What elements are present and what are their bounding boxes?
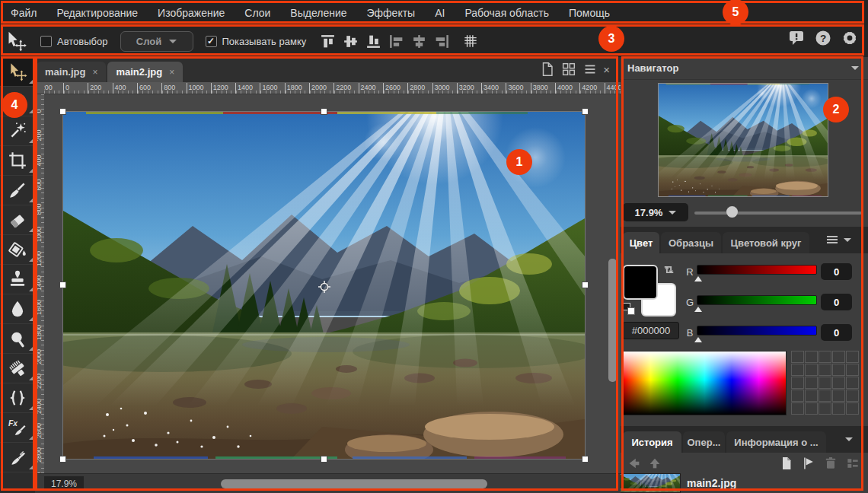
tool-lasso[interactable] — [0, 87, 35, 116]
swatch-cell[interactable] — [846, 364, 859, 376]
redo-arrow-icon[interactable] — [647, 456, 662, 471]
tab-swatches[interactable]: Образцы — [661, 232, 721, 253]
document-canvas[interactable] — [63, 112, 585, 459]
selection-handle-ne[interactable] — [582, 108, 589, 115]
close-icon[interactable]: × — [603, 63, 610, 76]
tile-view-icon[interactable] — [560, 61, 577, 78]
tool-pinch[interactable] — [0, 383, 35, 413]
menu-item-6[interactable]: Эффекты — [367, 7, 416, 19]
tool-magic-wand[interactable] — [0, 116, 35, 146]
swatch-cell[interactable] — [819, 402, 831, 415]
history-item[interactable]: main2.jpg — [621, 473, 868, 493]
color-spectrum-picker[interactable] — [623, 351, 787, 415]
menu-item-9[interactable]: Помощь — [569, 7, 610, 19]
swatch-cell[interactable] — [846, 402, 859, 415]
grid-icon[interactable] — [462, 33, 479, 49]
vertical-scrollbar[interactable] — [608, 259, 617, 382]
align-center-icon[interactable] — [411, 33, 427, 49]
tab-operations[interactable]: Опер... — [683, 431, 725, 453]
settings-icon[interactable] — [841, 29, 859, 47]
channel-r-marker[interactable] — [694, 276, 702, 281]
swatch-cell[interactable] — [819, 390, 831, 402]
swatch-cell[interactable] — [805, 390, 818, 402]
flag-icon[interactable] — [801, 456, 816, 471]
navigator-zoom-slider[interactable] — [694, 212, 862, 215]
swatch-cell[interactable] — [832, 351, 845, 363]
tool-clone-stamp[interactable] — [0, 265, 35, 294]
swatch-cell[interactable] — [805, 351, 818, 363]
swatch-cell[interactable] — [791, 402, 804, 415]
channel-b-value[interactable]: 0 — [821, 324, 852, 341]
foreground-color-swatch[interactable] — [623, 265, 658, 300]
swatch-cell[interactable] — [791, 377, 804, 389]
align-right-icon[interactable] — [434, 33, 450, 49]
selection-handle-sw[interactable] — [59, 456, 66, 463]
new-snapshot-icon[interactable] — [779, 456, 794, 471]
help-icon[interactable]: ? — [814, 29, 832, 47]
tool-blur[interactable] — [0, 294, 35, 324]
delete-icon[interactable] — [823, 456, 838, 471]
layer-target-dropdown[interactable]: Слой — [120, 31, 193, 52]
tab-history[interactable]: История — [623, 431, 681, 453]
report-bug-icon[interactable] — [787, 29, 806, 47]
menu-item-1[interactable]: Файл — [11, 7, 37, 19]
swatch-cell[interactable] — [832, 390, 845, 402]
selection-handle-s[interactable] — [321, 456, 327, 463]
menu-item-3[interactable]: Изображение — [158, 7, 225, 19]
tool-paint-bucket[interactable] — [0, 235, 35, 265]
tool-mixer-brush[interactable] — [0, 443, 35, 472]
swatch-cell[interactable] — [791, 390, 804, 402]
tool-fx-brush[interactable]: Fx — [0, 413, 35, 443]
panel-menu-icon[interactable] — [827, 236, 838, 243]
selection-handle-w[interactable] — [59, 281, 66, 288]
swatch-cell[interactable] — [819, 351, 831, 363]
swatch-cell[interactable] — [805, 377, 818, 389]
undo-arrow-icon[interactable] — [627, 456, 642, 471]
selection-handle-n[interactable] — [321, 108, 327, 115]
tab-close-icon[interactable]: × — [92, 67, 97, 78]
swap-colors-icon[interactable] — [661, 262, 677, 278]
horizontal-scrollbar[interactable] — [221, 479, 487, 488]
tool-dodge[interactable] — [0, 324, 35, 354]
swatch-cell[interactable] — [832, 364, 845, 376]
swatch-cell[interactable] — [846, 377, 859, 389]
hex-color-field[interactable]: #000000 — [623, 322, 679, 339]
swatch-cell[interactable] — [819, 364, 831, 376]
align-middle-icon[interactable] — [343, 33, 359, 49]
show-frame-checkbox[interactable] — [206, 36, 217, 47]
tab-document-info[interactable]: Информация о ... — [726, 431, 826, 453]
chevron-down-icon[interactable] — [845, 437, 853, 441]
menu-item-7[interactable]: AI — [435, 7, 445, 19]
swatch-cell[interactable] — [805, 402, 818, 415]
swatch-cell[interactable] — [846, 390, 859, 402]
tool-move[interactable] — [0, 57, 35, 87]
menu-item-4[interactable]: Слои — [244, 7, 270, 19]
zoom-level-field[interactable]: 17.9% — [44, 476, 84, 491]
chevron-down-icon[interactable] — [851, 66, 859, 70]
default-colors-icon[interactable] — [623, 303, 636, 316]
tab-color[interactable]: Цвет — [623, 232, 659, 253]
tab-main-jpg[interactable]: main.jpg × — [37, 62, 106, 82]
channel-r-value[interactable]: 0 — [821, 263, 852, 280]
navigator-thumbnail[interactable] — [659, 84, 828, 196]
swatch-cell[interactable] — [819, 377, 831, 389]
autoselect-checkbox[interactable] — [40, 36, 52, 47]
selection-handle-se[interactable] — [582, 456, 589, 463]
tool-brush[interactable] — [0, 176, 35, 205]
navigator-zoom-button[interactable]: 17.9% — [623, 203, 688, 221]
swatch-cell[interactable] — [832, 377, 845, 389]
channel-g-marker[interactable] — [694, 307, 702, 312]
swatch-cell[interactable] — [805, 364, 818, 376]
selection-handle-nw[interactable] — [59, 108, 66, 115]
tool-smudge[interactable] — [0, 354, 35, 383]
chevron-down-icon[interactable] — [844, 238, 851, 242]
swatch-cell[interactable] — [832, 402, 845, 415]
tool-eraser[interactable] — [0, 205, 35, 235]
align-top-icon[interactable] — [320, 33, 336, 49]
list-menu-icon[interactable] — [582, 61, 598, 78]
list-options-icon[interactable] — [845, 456, 860, 471]
swatch-cell[interactable] — [846, 351, 859, 363]
channel-b-slider[interactable] — [697, 326, 817, 336]
menu-item-5[interactable]: Выделение — [290, 7, 346, 19]
channel-b-marker[interactable] — [694, 337, 702, 342]
